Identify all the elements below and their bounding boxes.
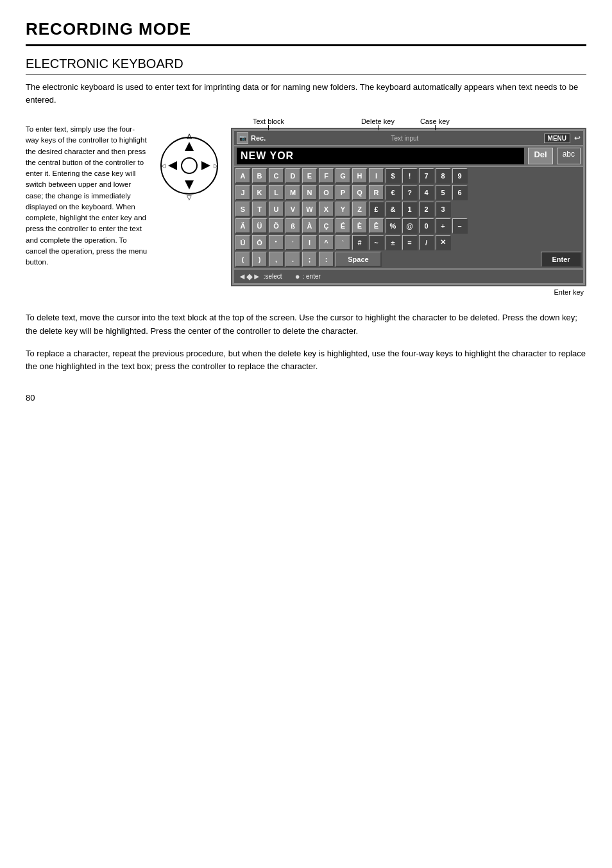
page-number: 80 [26, 393, 586, 403]
kb-key-X[interactable]: X [319, 202, 334, 217]
kb-key-comma[interactable]: , [269, 252, 284, 267]
kb-key-O[interactable]: O [319, 185, 334, 200]
kb-key-I2[interactable]: I [302, 235, 318, 250]
kb-key-W[interactable]: W [302, 202, 318, 217]
kb-key-9[interactable]: 9 [452, 168, 468, 184]
kb-topbar: 📷 Rec. Text input MENU ↩ [234, 131, 583, 145]
kb-key-L[interactable]: L [269, 185, 284, 200]
kb-key-N[interactable]: N [302, 185, 318, 200]
kb-key-period[interactable]: . [285, 252, 301, 267]
kb-key-at[interactable]: @ [402, 218, 418, 234]
svg-point-5 [182, 158, 197, 173]
kb-key-6[interactable]: 6 [452, 185, 468, 200]
svg-text:△: △ [186, 132, 192, 139]
kb-key-H[interactable]: H [352, 168, 368, 184]
kb-key-rsquote[interactable]: ' [285, 235, 301, 250]
kb-key-ldquote[interactable]: " [269, 235, 284, 250]
kb-textbox: NEW YOR [237, 148, 524, 164]
svg-text:▽: ▽ [187, 194, 192, 201]
kb-key-plusminus[interactable]: ± [386, 235, 401, 250]
kb-key-Egrave[interactable]: È [352, 218, 368, 234]
kb-key-4[interactable]: 4 [419, 185, 434, 200]
kb-key-8[interactable]: 8 [436, 168, 451, 184]
svg-marker-2 [185, 180, 194, 189]
kb-key-A[interactable]: A [235, 168, 251, 184]
kb-key-semicolon[interactable]: ; [302, 252, 318, 267]
kb-key-Eacute[interactable]: É [336, 218, 351, 234]
kb-key-G[interactable]: G [336, 168, 351, 184]
kb-key-percent[interactable]: % [386, 218, 401, 234]
kb-key-backtick[interactable]: ` [336, 235, 351, 250]
kb-key-0[interactable]: 0 [419, 218, 434, 234]
kb-key-Y[interactable]: Y [336, 202, 351, 217]
kb-key-E[interactable]: E [302, 168, 318, 184]
kb-key-Agrave[interactable]: À [302, 218, 318, 234]
kb-key-7[interactable]: 7 [419, 168, 434, 184]
kb-key-R[interactable]: R [369, 185, 384, 200]
kb-key-pound[interactable]: £ [369, 202, 384, 217]
enter-key-label: Enter key [231, 288, 586, 296]
kb-back-icon[interactable]: ↩ [574, 134, 581, 143]
kb-row-3: S T U V W X Y Z £ & 1 2 3 [235, 202, 582, 217]
kb-key-Uacute[interactable]: Ú [235, 235, 251, 250]
main-diagram: To enter text, simply use the four-way k… [26, 117, 586, 296]
kb-key-5[interactable]: 5 [436, 185, 451, 200]
svg-marker-3 [168, 161, 177, 170]
kb-key-minus[interactable]: – [452, 218, 468, 234]
select-icon: ◄◆► [238, 272, 261, 281]
kb-key-Ouml[interactable]: Ö [269, 218, 284, 234]
kb-key-cross[interactable]: ✕ [436, 235, 451, 250]
kb-key-caret[interactable]: ^ [319, 235, 334, 250]
kb-key-equals[interactable]: = [402, 235, 418, 250]
keyboard-outer: 📷 Rec. Text input MENU ↩ NEW YOR Del abc… [231, 128, 586, 286]
kb-key-U[interactable]: U [269, 202, 284, 217]
kb-key-F[interactable]: F [319, 168, 334, 184]
kb-key-rparen[interactable]: ) [252, 252, 268, 267]
kb-key-Auml[interactable]: Ä [235, 218, 251, 234]
kb-key-plus[interactable]: + [436, 218, 451, 234]
kb-key-B[interactable]: B [252, 168, 268, 184]
kb-key-D[interactable]: D [285, 168, 301, 184]
kb-key-excl[interactable]: ! [402, 168, 418, 184]
kb-key-hash[interactable]: # [352, 235, 368, 250]
kb-key-Q[interactable]: Q [352, 185, 368, 200]
svg-marker-1 [185, 142, 194, 151]
kb-key-C[interactable]: C [269, 168, 284, 184]
kb-key-3[interactable]: 3 [436, 202, 451, 217]
kb-row-5: Ú Ó " ' I ^ ` # ~ ± = / ✕ [235, 235, 582, 250]
kb-key-K[interactable]: K [252, 185, 268, 200]
controller-diagram: △ ▽ ◁ ▷ [154, 117, 225, 207]
kb-key-question[interactable]: ? [402, 185, 418, 200]
kb-key-dollar[interactable]: $ [386, 168, 401, 184]
kb-key-amp[interactable]: & [386, 202, 401, 217]
kb-key-T[interactable]: T [252, 202, 268, 217]
kb-case-btn[interactable]: abc [557, 148, 581, 164]
kb-menu-btn[interactable]: MENU [544, 134, 570, 143]
kb-key-P[interactable]: P [336, 185, 351, 200]
intro-text: The electronic keyboard is used to enter… [26, 81, 586, 106]
kb-key-S[interactable]: S [235, 202, 251, 217]
kb-key-Z[interactable]: Z [352, 202, 368, 217]
kb-key-I[interactable]: I [369, 168, 384, 184]
select-label: :select [264, 273, 282, 280]
kb-key-Ccedil[interactable]: Ç [319, 218, 334, 234]
kb-del-btn[interactable]: Del [528, 148, 552, 164]
kb-key-2[interactable]: 2 [419, 202, 434, 217]
kb-key-Uuml[interactable]: Ü [252, 218, 268, 234]
kb-key-1[interactable]: 1 [402, 202, 418, 217]
enter-icon: ● [295, 272, 300, 281]
kb-key-slash[interactable]: / [419, 235, 434, 250]
callout-text-block: Text block [253, 117, 284, 125]
kb-key-lparen[interactable]: ( [235, 252, 251, 267]
kb-key-space[interactable]: Space [336, 252, 382, 267]
kb-key-tilde[interactable]: ~ [369, 235, 384, 250]
kb-key-euro[interactable]: € [386, 185, 401, 200]
kb-key-Ecirc[interactable]: Ê [369, 218, 384, 234]
kb-key-colon[interactable]: : [319, 252, 334, 267]
kb-key-J[interactable]: J [235, 185, 251, 200]
kb-key-szlig[interactable]: ß [285, 218, 301, 234]
kb-key-V[interactable]: V [285, 202, 301, 217]
kb-key-Oacute[interactable]: Ó [252, 235, 268, 250]
kb-key-enter[interactable]: Enter [541, 252, 582, 267]
kb-key-M[interactable]: M [285, 185, 301, 200]
